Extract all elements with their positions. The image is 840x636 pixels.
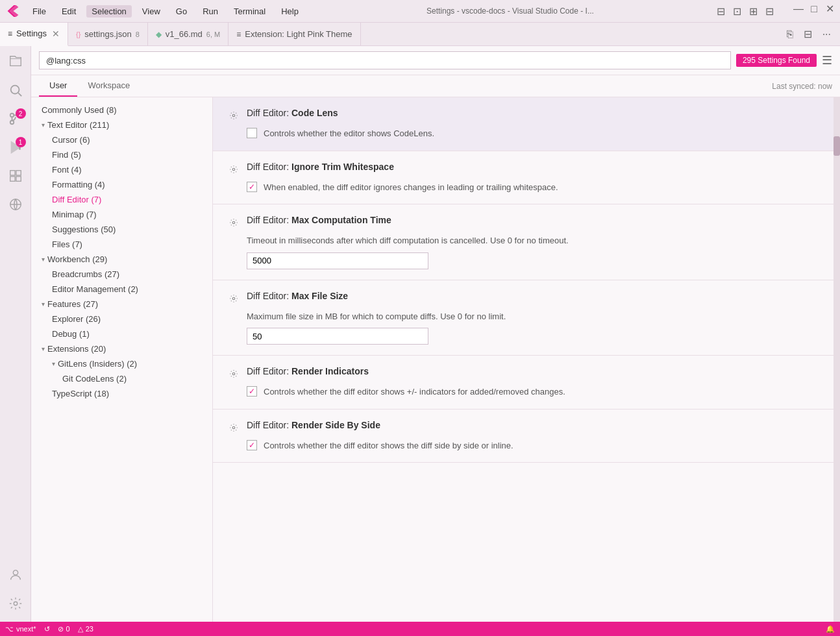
- setting-gear-max-file-size[interactable]: [226, 291, 241, 306]
- setting-max-file-size-header: Diff Editor: Max File Size: [226, 291, 821, 306]
- setting-max-file-size-desc: Maximum file size in MB for which to com…: [247, 310, 821, 323]
- svg-point-18: [232, 373, 235, 375]
- close-button[interactable]: ✕: [826, 5, 834, 13]
- sidebar-item-files[interactable]: Files (7): [31, 237, 212, 252]
- svg-point-0: [10, 86, 19, 94]
- sidebar-item-find[interactable]: Find (5): [31, 147, 212, 162]
- activity-item-accounts[interactable]: [3, 562, 29, 588]
- setting-code-lens-desc: Controls whether the editor shows CodeLe…: [264, 127, 434, 140]
- menu-help[interactable]: Help: [276, 5, 304, 18]
- tab-settings-json[interactable]: {} settings.json 8: [68, 23, 148, 46]
- sidebar-item-workbench[interactable]: ▾ Workbench (29): [31, 252, 212, 267]
- settings-main: Commonly Used (8) ▾ Text Editor (211) Cu…: [31, 97, 840, 622]
- sidebar-label-font: Font (4): [52, 165, 82, 175]
- layout-icon-4[interactable]: ⊟: [765, 5, 774, 18]
- status-sync[interactable]: ↺: [44, 625, 50, 633]
- tab-v166[interactable]: ◆ v1_66.md 6, M: [148, 23, 229, 46]
- sidebar-item-diff-editor[interactable]: Diff Editor (7): [31, 192, 212, 207]
- scrollbar-track[interactable]: [834, 97, 840, 622]
- maximize-button[interactable]: □: [810, 5, 818, 13]
- input-max-file-size[interactable]: [247, 328, 428, 345]
- chevron-gitlens: ▾: [52, 360, 55, 367]
- tab-settings-close[interactable]: ✕: [52, 29, 60, 39]
- sidebar-item-text-editor[interactable]: ▾ Text Editor (211): [31, 117, 212, 132]
- setting-max-file-size-title: Diff Editor: Max File Size: [247, 291, 348, 301]
- layout-icon-1[interactable]: ⊟: [717, 5, 725, 18]
- input-max-computation-time[interactable]: [247, 252, 428, 269]
- settings-wrapper: 295 Settings Found ☰ User Workspace Last…: [31, 46, 840, 622]
- status-warnings[interactable]: △ 23: [78, 625, 93, 633]
- setting-gear-ignore-trim[interactable]: [226, 162, 241, 177]
- tab-ext-theme[interactable]: ≡ Extension: Light Pink Theme: [229, 23, 360, 46]
- sidebar-item-editor-management[interactable]: Editor Management (2): [31, 282, 212, 297]
- setting-ignore-trim-control: When enabled, the diff editor ignores ch…: [247, 181, 821, 194]
- menu-go[interactable]: Go: [171, 5, 192, 18]
- setting-gear-max-computation[interactable]: [226, 215, 241, 230]
- activity-item-remote[interactable]: [3, 191, 29, 217]
- setting-code-lens-header: Diff Editor: Code Lens: [226, 108, 821, 123]
- layout-icon-3[interactable]: ⊞: [749, 5, 758, 18]
- open-editors-btn[interactable]: ⎘: [784, 27, 796, 42]
- checkbox-code-lens[interactable]: [247, 128, 257, 138]
- sidebar-label-files: Files (7): [52, 239, 82, 249]
- sidebar-item-explorer[interactable]: Explorer (26): [31, 312, 212, 326]
- svg-point-2: [10, 114, 14, 117]
- status-right: 🔔: [826, 625, 835, 633]
- settings-count: 295 Settings Found: [736, 54, 817, 67]
- setting-gear-render-side[interactable]: [226, 420, 241, 435]
- menu-view[interactable]: View: [137, 5, 166, 18]
- layout-icon-2[interactable]: ⊡: [733, 5, 741, 18]
- split-editor-btn[interactable]: ⊟: [801, 27, 815, 42]
- status-branch[interactable]: ⌥ vnext*: [5, 625, 36, 633]
- sidebar-item-cursor[interactable]: Cursor (6): [31, 132, 212, 147]
- sidebar-label-minimap: Minimap (7): [52, 210, 97, 219]
- setting-gear-code-lens[interactable]: [226, 108, 241, 123]
- search-bar: 295 Settings Found ☰: [31, 46, 840, 75]
- activity-item-search[interactable]: [3, 77, 29, 103]
- sidebar-item-font[interactable]: Font (4): [31, 162, 212, 177]
- scrollbar-thumb[interactable]: [834, 136, 840, 156]
- more-actions-btn[interactable]: ···: [820, 27, 834, 42]
- sidebar-item-gitlens[interactable]: ▾ GitLens (Insiders) (2): [31, 356, 212, 371]
- status-errors[interactable]: ⊘ 0: [58, 625, 70, 633]
- activity-item-explorer[interactable]: [3, 49, 29, 75]
- filter-button[interactable]: ☰: [822, 53, 832, 67]
- sidebar-item-debug[interactable]: Debug (1): [31, 326, 212, 341]
- search-input[interactable]: [39, 51, 731, 69]
- checkbox-render-indicators[interactable]: [247, 386, 257, 397]
- checkbox-ignore-trim[interactable]: [247, 182, 257, 192]
- source-control-badge: 2: [16, 108, 26, 119]
- checkbox-render-side-by-side[interactable]: [247, 440, 257, 450]
- activity-item-run[interactable]: 1: [3, 134, 29, 160]
- chevron-extensions: ▾: [42, 345, 45, 352]
- minimize-button[interactable]: —: [795, 5, 802, 13]
- sidebar-item-suggestions[interactable]: Suggestions (50): [31, 222, 212, 237]
- sidebar-label-debug: Debug (1): [52, 329, 90, 339]
- tab-settings[interactable]: ≡ Settings ✕: [0, 23, 68, 46]
- menu-selection[interactable]: Selection: [86, 5, 131, 18]
- tab-user[interactable]: User: [39, 75, 77, 97]
- sidebar-item-features[interactable]: ▾ Features (27): [31, 297, 212, 312]
- setting-gear-render-indicators[interactable]: [226, 366, 241, 382]
- svg-rect-7: [10, 171, 14, 175]
- menu-terminal[interactable]: Terminal: [229, 5, 271, 18]
- sidebar-item-formatting[interactable]: Formatting (4): [31, 177, 212, 192]
- sidebar-item-typescript[interactable]: TypeScript (18): [31, 386, 212, 401]
- sidebar-item-minimap[interactable]: Minimap (7): [31, 207, 212, 222]
- setting-code-lens-title: Diff Editor: Code Lens: [247, 108, 338, 118]
- activity-item-settings-gear[interactable]: [3, 591, 29, 617]
- activity-item-source-control[interactable]: 2: [3, 106, 29, 132]
- menu-edit[interactable]: Edit: [56, 5, 81, 18]
- menu-run[interactable]: Run: [197, 5, 223, 18]
- status-notifications[interactable]: 🔔: [826, 625, 835, 633]
- activity-item-extensions[interactable]: [3, 163, 29, 189]
- warning-count: 23: [86, 625, 93, 633]
- sidebar-item-breadcrumbs[interactable]: Breadcrumbs (27): [31, 267, 212, 282]
- sidebar-item-git-codelens[interactable]: Git CodeLens (2): [31, 371, 212, 386]
- sidebar-item-commonly-used[interactable]: Commonly Used (8): [31, 103, 212, 117]
- tab-workspace[interactable]: Workspace: [77, 75, 140, 97]
- setting-max-computation-desc: Timeout in milliseconds after which diff…: [247, 234, 821, 247]
- sidebar-label-workbench: Workbench (29): [47, 254, 107, 264]
- sidebar-item-extensions[interactable]: ▾ Extensions (20): [31, 341, 212, 356]
- menu-file[interactable]: File: [27, 5, 51, 18]
